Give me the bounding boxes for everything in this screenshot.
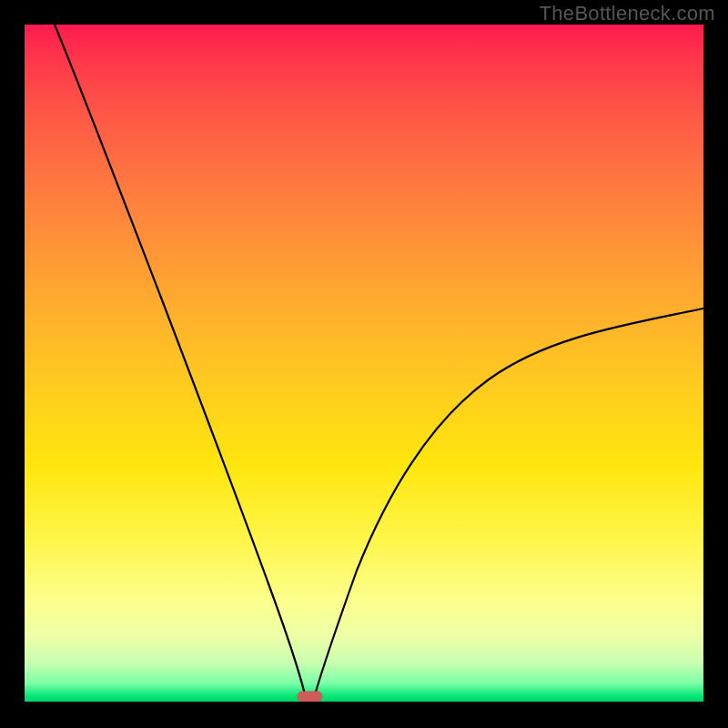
x-axis-line [25, 702, 703, 703]
curve-left-branch [55, 25, 306, 698]
watermark-text: TheBottleneck.com [540, 2, 715, 25]
plot-area [25, 25, 703, 703]
optimum-marker [298, 692, 322, 702]
bottleneck-curve [25, 25, 703, 703]
frame: TheBottleneck.com [0, 0, 728, 728]
curve-right-branch [314, 308, 703, 698]
